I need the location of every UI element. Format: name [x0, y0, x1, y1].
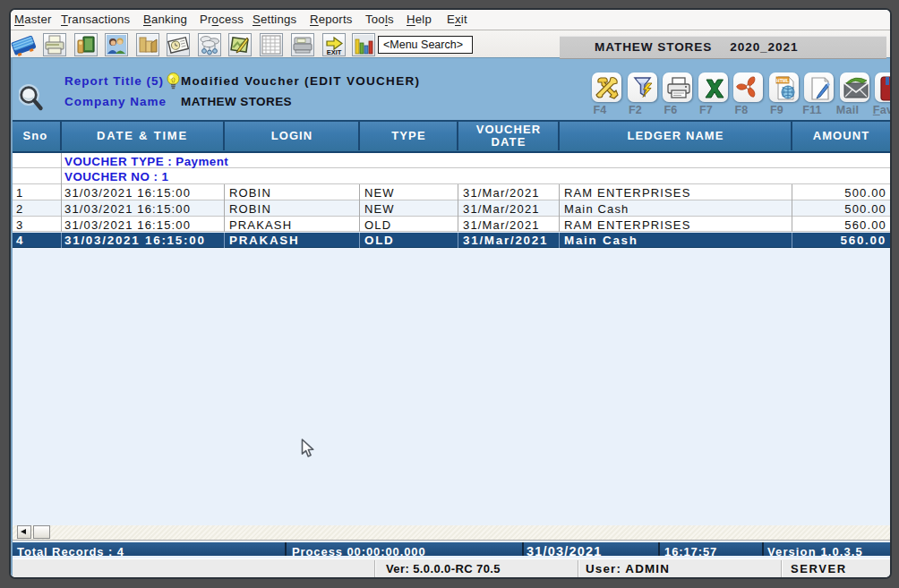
- svg-text:HTML: HTML: [776, 78, 789, 83]
- svg-text:EXIT: EXIT: [327, 48, 342, 55]
